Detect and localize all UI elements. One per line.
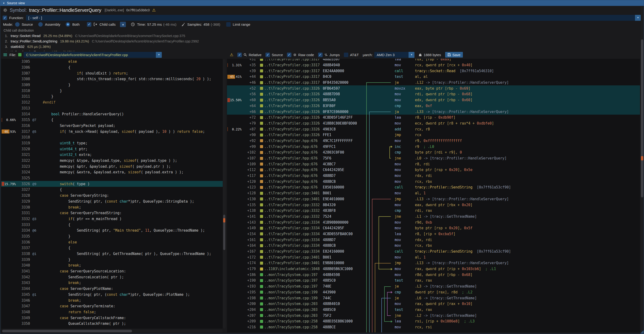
asm-source-location[interactable]: ..mon\TracySystem.cpp:203: [264, 302, 323, 306]
child-call-entry[interactable]: 4.KeSynchronizeExecution125 μs (0.27%): [4, 49, 639, 51]
asm-row[interactable]: +209..mon\TracySystem.cpp:258488D35E8861…: [227, 319, 640, 324]
source-line[interactable]: 3310 }: [1, 88, 223, 94]
source-line[interactable]: 3338@1 SendString( ptr, GetThreadName( p…: [1, 251, 223, 257]
asm-source-location[interactable]: ..t\TracyProfiler.cpp:3317: [264, 75, 323, 79]
collapse-icon[interactable]: ▼: [2, 2, 5, 4]
asm-row[interactable]: 15.50%+60..t\TracyProfiler.cpp:33268B55A…: [227, 97, 640, 103]
radio-source[interactable]: [15, 22, 20, 27]
asm-source-location[interactable]: ..mon\TracySystem.cpp:258: [264, 319, 323, 323]
asm-source-location[interactable]: ..t\TracyProfiler.cpp:3326: [264, 115, 323, 120]
asm-source-location[interactable]: ..t\TracyProfiler.cpp:3317: [264, 63, 323, 67]
source-line[interactable]: 3321 uint32_t extra;: [1, 152, 223, 158]
assembly-pane[interactable]: +31..t\TracyProfiler.cpp:3317488D5597lea…: [227, 59, 640, 332]
radio-both[interactable]: [66, 22, 70, 27]
source-vertical-scrollbar[interactable]: [223, 59, 226, 328]
child-call-name[interactable]: tracy::Socket::Read: [11, 33, 40, 39]
child-call-entry[interactable]: 2.tracy::Profiler::SendLongString19.88 m…: [4, 39, 639, 44]
asm-row[interactable]: +204..mon\TracySystem.cpp:2034885C0testr…: [227, 307, 640, 313]
save-button[interactable]: Save: [445, 52, 463, 58]
asm-source-location[interactable]: ..t\TracyProfiler.cpp:3334: [264, 220, 323, 225]
child-call-entry[interactable]: 1.tracy::Socket::Read25.25 ms (54.89%)C:…: [4, 33, 639, 39]
source-line[interactable]: 46.93%3317@5 if( !m_sock->Read( &payload…: [1, 129, 223, 135]
asm-source-location[interactable]: ..t\TracyProfiler.hpp:676: [264, 168, 323, 172]
asm-row[interactable]: +79..t\TracyProfiler.cpp:3326418B8C80E0B…: [227, 121, 640, 126]
asm-row[interactable]: +193..mon\TracySystem.cpp:197740Eje.L3 -…: [227, 284, 640, 289]
asm-row[interactable]: +109..t\TracyProfiler.hpp:6764C8BC7movr8…: [227, 161, 640, 167]
asm-source-location[interactable]: ..t\TracyProfiler.cpp:3317: [264, 80, 323, 85]
asm-row[interactable]: +186..mon\TracySystem.cpp:197448B4598mov…: [227, 272, 640, 278]
source-line[interactable]: 3322 memcpy( &type, &payload.type, sizeo…: [1, 158, 223, 164]
asm-source-location[interactable]: ..t\TracyProfiler.hpp:676: [264, 156, 323, 161]
asm-row[interactable]: +198..mon\TracySystem.cpp:199744Cje.L6 -…: [227, 295, 640, 301]
source-line[interactable]: 15.79%3326@9 switch( type ): [1, 181, 223, 187]
asm-source-location[interactable]: ..1103\include\atomic:1048: [264, 267, 323, 271]
jumps-toggle[interactable]: ✓ Jumps: [318, 53, 340, 57]
asm-row[interactable]: +31..t\TracyProfiler.cpp:3317488D5597lea…: [227, 59, 640, 62]
asm-row[interactable]: +207..mon\TracySystem.cpp:20375F2jne.L2 …: [227, 313, 640, 319]
source-line[interactable]: 3324 memcpy( &extra, &payload.extra, siz…: [1, 169, 223, 175]
source-line[interactable]: 3343 break;: [1, 280, 223, 286]
asm-row[interactable]: +46..t\TracyProfiler.cpp:33170F843502000…: [227, 80, 640, 86]
asm-row[interactable]: +72..t\TracyProfiler.cpp:33264C8D05F146F…: [227, 115, 640, 121]
asm-row[interactable]: +66..t\TracyProfiler.cpp:33260F87CE06000…: [227, 109, 640, 115]
asm-source-location[interactable]: ..mon\TracySystem.cpp:203: [264, 314, 323, 318]
source-line[interactable]: 3312#endif: [1, 100, 223, 105]
asm-source-location[interactable]: ..t\TracyProfiler.cpp:3326: [264, 86, 323, 91]
asm-source-location[interactable]: ..t\TracyProfiler.cpp:3334: [264, 238, 323, 242]
asm-source-location[interactable]: ..t\TracyProfiler.hpp:676: [264, 145, 323, 149]
source-line[interactable]: 3348 return false;: [1, 309, 223, 315]
source-line[interactable]: 3308 std::this_thread::sleep_for( std::c…: [1, 76, 223, 82]
asm-row[interactable]: +195..mon\TracySystem.cpp:199443900cmpdw…: [227, 289, 640, 295]
child-call-name[interactable]: KeSynchronizeExecution: [11, 49, 49, 51]
scrollbar-grab[interactable]: [641, 39, 643, 197]
asm-row[interactable]: +200..mon\TracySystem.cpp:203488B4010mov…: [227, 301, 640, 307]
asm-row[interactable]: +56..t\TracyProfiler.cpp:3326488B7D98mov…: [227, 91, 640, 97]
source-line[interactable]: 3323 memcpy( &ptr, &payload.ptr, sizeof(…: [1, 164, 223, 169]
asm-row[interactable]: +161..t\TracyProfiler.cpp:3334488BD7movr…: [227, 237, 640, 243]
asm-source-location[interactable]: ..t\TracyProfiler.cpp:3401: [264, 255, 323, 259]
asm-row[interactable]: +107..t\TracyProfiler.hpp:67675F6jne.L0 …: [227, 156, 640, 161]
asm-source-location[interactable]: ..t\TracyProfiler.cpp:3332: [264, 214, 323, 219]
source-line[interactable]: 3342 SendSourceLocation( ptr );: [1, 274, 223, 280]
asm-row[interactable]: +64..t\TracyProfiler.cpp:332683F80Fcmpea…: [227, 103, 640, 109]
child-call-entry[interactable]: 3.stat64i32625 μs (1.36%): [4, 44, 639, 49]
source-line[interactable]: 3313: [1, 105, 223, 111]
source-line[interactable]: 3335 }: [1, 233, 223, 239]
source-line[interactable]: 3331 case ServerQueryThreadString:: [1, 210, 223, 216]
asm-source-location[interactable]: ..t\TracyProfiler.hpp:676: [264, 179, 323, 184]
resize-grip[interactable]: [640, 330, 644, 334]
asm-source-location[interactable]: ..t\TracyProfiler.cpp:3317: [264, 69, 323, 73]
asm-row[interactable]: +174..t\TracyProfiler.cpp:3401E9B8010000…: [227, 260, 640, 266]
asm-row[interactable]: +117..t\TracyProfiler.hpp:676488BD7movrd…: [227, 173, 640, 179]
source-line[interactable]: 3344 case ServerQueryPlotName:: [1, 286, 223, 292]
asm-row[interactable]: +216..mon\TracySystem.cpp:258488BCEmovrc…: [227, 324, 640, 330]
asm-source-location[interactable]: ..t\TracyProfiler.hpp:676: [264, 173, 323, 178]
asm-source-location[interactable]: ..t\TracyProfiler.cpp:3326: [264, 92, 323, 96]
asm-row[interactable]: 1.31%+35..t\TracyProfiler.cpp:3317488B49…: [227, 62, 640, 68]
uarch-combo[interactable]: AMD Zen 3 ▼: [374, 52, 414, 58]
asm-source-location[interactable]: ..mon\TracySystem.cpp:199: [264, 290, 323, 294]
asm-row[interactable]: +130..t\TracyProfiler.cpp:3401E9E4010000…: [227, 196, 640, 202]
titlebar[interactable]: ▼ Source view: [0, 0, 644, 6]
asm-source-location[interactable]: ..t\TracyProfiler.cpp:3401: [264, 197, 323, 201]
asm-source-location[interactable]: ..t\TracyProfiler.hpp:676: [264, 139, 323, 143]
source-line[interactable]: 0.66%3315@7 {: [1, 117, 223, 123]
scrollbar-grab[interactable]: [2, 330, 132, 332]
asm-source-location[interactable]: ..t\TracyProfiler.cpp:3334: [264, 232, 323, 236]
source-line[interactable]: 3327 {: [1, 187, 223, 193]
chevron-down-icon[interactable]: ▼: [156, 52, 162, 58]
asm-source-location[interactable]: ..t\TracyProfiler.cpp:3326: [264, 110, 323, 114]
source-line[interactable]: 3332@3 if( ptr == m_mainThread ): [1, 216, 223, 222]
asm-row[interactable]: +99..t\TracyProfiler.hpp:67649FFC1incr9 …: [227, 144, 640, 150]
asm-row[interactable]: +167..t\TracyProfiler.cpp:3334E824160000…: [227, 249, 640, 255]
asm-source-location[interactable]: ..t\TracyProfiler.cpp:3317: [264, 59, 323, 61]
source-line[interactable]: 3319 uint8_t type;: [1, 140, 223, 146]
source-toggle[interactable]: ✓ Source: [266, 53, 283, 57]
function-combo[interactable]: [ - self - ] ▼: [26, 15, 641, 21]
asm-source-location[interactable]: ..t\TracyProfiler.cpp:3401: [264, 191, 323, 195]
source-line[interactable]: 3330 break;: [1, 204, 223, 210]
asm-row[interactable]: +141..t\TracyProfiler.cpp:33327524jne.L1…: [227, 214, 640, 220]
asm-row[interactable]: +149..t\TracyProfiler.cpp:3334C64424205F…: [227, 225, 640, 231]
source-line[interactable]: 3350 QueueCallstackFrame( ptr );: [1, 321, 223, 327]
source-line[interactable]: 3336 else: [1, 239, 223, 245]
